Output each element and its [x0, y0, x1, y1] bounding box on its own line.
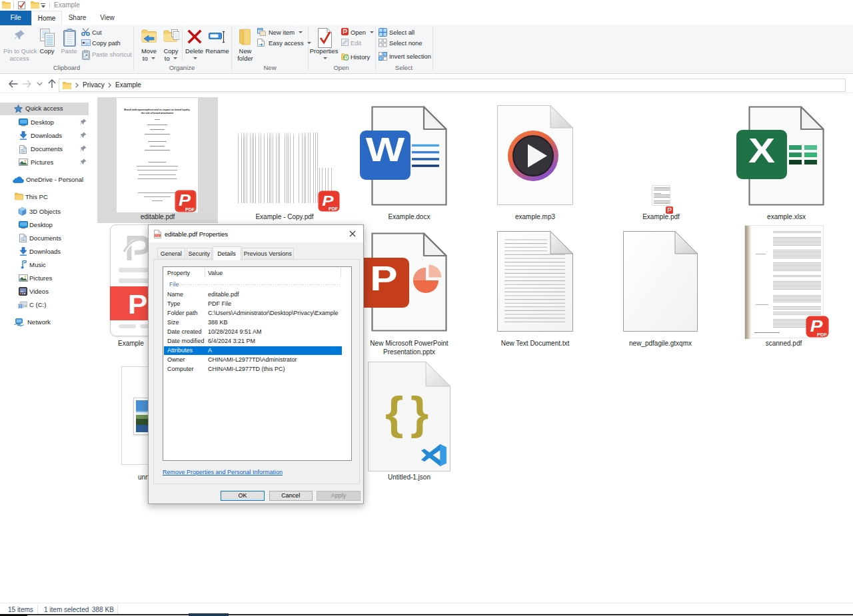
svg-text:P: P	[179, 191, 191, 208]
svg-text:W: W	[366, 131, 405, 168]
svg-text:PDF: PDF	[155, 234, 160, 237]
svg-text:PDF: PDF	[329, 206, 339, 211]
svg-text:}: }	[411, 388, 428, 439]
svg-text:{: {	[385, 388, 403, 439]
svg-text:P: P	[370, 258, 397, 297]
svg-text:X: X	[748, 132, 775, 170]
svg-text:PDF: PDF	[817, 332, 827, 338]
svg-text:PDF: PDF	[185, 207, 195, 212]
